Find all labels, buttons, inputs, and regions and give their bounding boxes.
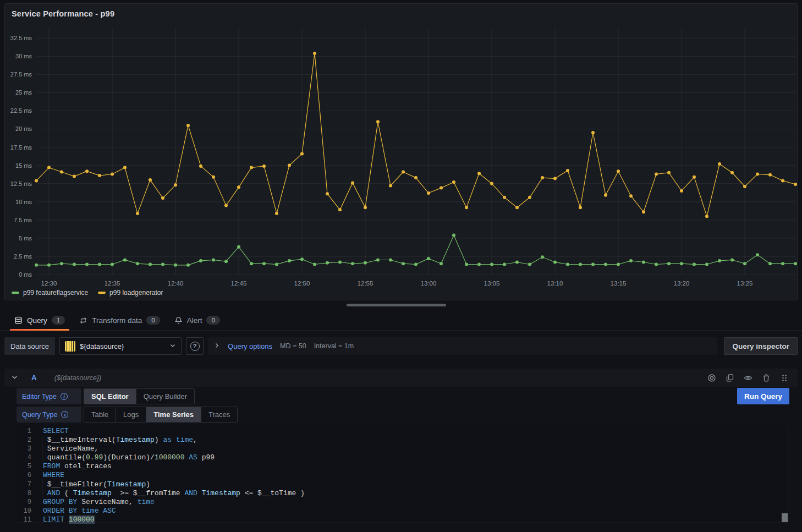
query-type-option-logs[interactable]: Logs — [116, 407, 146, 422]
data-point[interactable] — [528, 196, 531, 199]
data-point[interactable] — [149, 178, 152, 182]
data-point[interactable] — [402, 171, 405, 174]
data-point[interactable] — [338, 261, 342, 264]
datasource-help-button[interactable]: ? — [186, 337, 204, 355]
editor-type-option-sql-editor[interactable]: SQL Editor — [84, 389, 136, 404]
data-point[interactable] — [351, 181, 354, 184]
query-options-toggle[interactable]: Query options — [228, 342, 272, 350]
data-point[interactable] — [743, 262, 746, 265]
data-point[interactable] — [136, 212, 139, 215]
data-point[interactable] — [224, 260, 228, 263]
data-point[interactable] — [655, 263, 658, 266]
series-p99-featureflagservice[interactable] — [35, 234, 797, 267]
data-point[interactable] — [490, 182, 493, 185]
data-point[interactable] — [376, 120, 380, 123]
data-point[interactable] — [465, 206, 468, 209]
data-point[interactable] — [667, 262, 671, 265]
panel-title[interactable]: Service Performance - p99 — [12, 9, 114, 18]
data-point[interactable] — [477, 263, 481, 266]
data-point[interactable] — [756, 253, 759, 256]
data-point[interactable] — [47, 166, 51, 169]
data-point[interactable] — [768, 262, 772, 265]
data-point[interactable] — [161, 263, 164, 266]
data-point[interactable] — [224, 204, 228, 207]
data-point[interactable] — [743, 185, 746, 188]
query-type-option-traces[interactable]: Traces — [201, 407, 237, 422]
data-point[interactable] — [794, 262, 797, 265]
data-point[interactable] — [313, 52, 316, 55]
copy-icon[interactable] — [723, 371, 737, 385]
data-point[interactable] — [553, 261, 557, 264]
legend-item[interactable]: p99 loadgenerator — [98, 289, 163, 297]
data-point[interactable] — [579, 263, 582, 266]
data-point[interactable] — [680, 262, 683, 265]
data-point[interactable] — [693, 263, 696, 266]
data-point[interactable] — [85, 169, 89, 173]
data-point[interactable] — [667, 171, 671, 174]
chevron-down-icon[interactable] — [11, 373, 18, 383]
data-point[interactable] — [705, 263, 708, 266]
editor-type-option-query-builder[interactable]: Query Builder — [136, 389, 194, 404]
query-inspector-button[interactable]: Query inspector — [724, 337, 798, 355]
data-point[interactable] — [490, 263, 493, 266]
data-point[interactable] — [781, 179, 784, 182]
data-point[interactable] — [541, 176, 544, 179]
data-point[interactable] — [402, 262, 405, 265]
data-point[interactable] — [161, 196, 164, 200]
horizontal-scrollbar-thumb[interactable] — [347, 304, 446, 306]
data-point[interactable] — [591, 131, 595, 134]
data-point[interactable] — [427, 257, 430, 260]
data-point[interactable] — [617, 169, 620, 173]
query-type-option-time-series[interactable]: Time Series — [146, 407, 201, 422]
run-query-button[interactable]: Run Query — [737, 388, 789, 404]
data-point[interactable] — [212, 175, 215, 179]
data-point[interactable] — [452, 234, 455, 237]
data-point[interactable] — [566, 263, 569, 266]
data-point[interactable] — [680, 189, 683, 193]
data-point[interactable] — [718, 162, 721, 166]
data-point[interactable] — [262, 164, 266, 168]
data-point[interactable] — [149, 263, 152, 266]
data-point[interactable] — [452, 180, 455, 184]
tab-alert[interactable]: Alert 0 — [169, 310, 226, 330]
data-point[interactable] — [351, 262, 354, 265]
data-point[interactable] — [364, 261, 367, 265]
data-point[interactable] — [629, 259, 633, 262]
data-point[interactable] — [60, 171, 63, 174]
data-point[interactable] — [553, 177, 557, 180]
data-point[interactable] — [655, 173, 658, 176]
data-point[interactable] — [389, 259, 392, 262]
data-point[interactable] — [705, 215, 708, 218]
data-point[interactable] — [300, 257, 304, 261]
data-point[interactable] — [756, 173, 759, 176]
data-point[interactable] — [288, 164, 291, 167]
data-point[interactable] — [730, 259, 734, 262]
series-p99-loadgenerator[interactable] — [35, 52, 797, 218]
data-point[interactable] — [98, 174, 101, 177]
data-point[interactable] — [212, 259, 215, 262]
data-point[interactable] — [47, 264, 51, 267]
data-point[interactable] — [123, 166, 127, 169]
data-point[interactable] — [199, 259, 202, 262]
data-point[interactable] — [73, 175, 76, 178]
data-point[interactable] — [275, 212, 278, 215]
data-point[interactable] — [73, 263, 76, 266]
data-point[interactable] — [364, 206, 367, 209]
data-point[interactable] — [768, 173, 772, 177]
data-point[interactable] — [186, 264, 190, 267]
data-point[interactable] — [503, 263, 506, 266]
data-point[interactable] — [111, 173, 114, 176]
sql-code-editor[interactable]: 1SELECT2 $__timeInterval(Timestamp) as t… — [17, 425, 788, 523]
tab-transform-data[interactable]: Transform data 0 — [74, 310, 165, 330]
data-point[interactable] — [174, 264, 177, 267]
data-point[interactable] — [566, 169, 569, 172]
data-point[interactable] — [515, 261, 519, 264]
drag-handle-icon[interactable] — [778, 371, 791, 385]
data-point[interactable] — [35, 179, 38, 182]
data-point[interactable] — [642, 261, 645, 264]
data-point[interactable] — [326, 261, 329, 265]
timeseries-plot[interactable]: 0 ms2.5 ms5 ms7.5 ms10 ms12.5 ms15 ms17.… — [5, 18, 797, 286]
data-point[interactable] — [237, 245, 240, 249]
data-point[interactable] — [35, 264, 38, 267]
data-point[interactable] — [326, 192, 329, 195]
